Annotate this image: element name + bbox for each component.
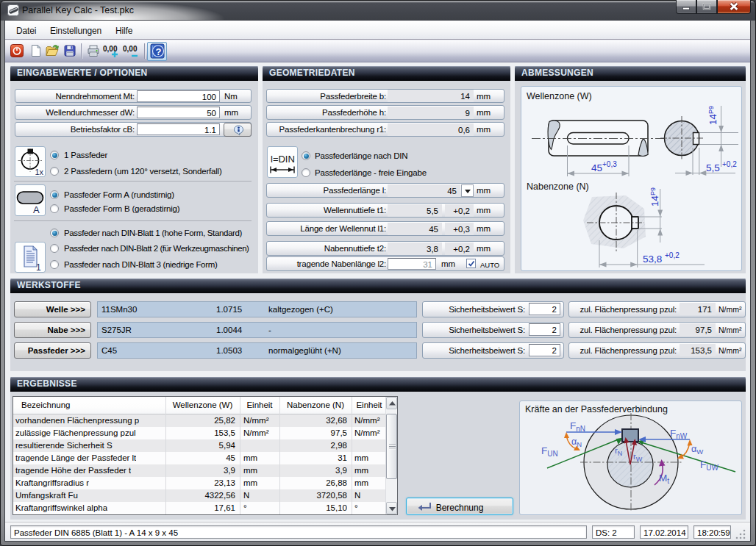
svg-text:53,8: 53,8	[643, 254, 662, 265]
svg-text:+0,2: +0,2	[722, 160, 737, 168]
svg-text:αW: αW	[691, 444, 703, 456]
svg-text:A: A	[33, 204, 40, 215]
svg-text:FnW: FnW	[670, 428, 688, 440]
svg-text:αN: αN	[571, 437, 582, 448]
svg-text:14P9: 14P9	[649, 187, 660, 206]
svg-text:l=DIN: l=DIN	[271, 154, 295, 165]
svg-text:+0,2: +0,2	[665, 251, 680, 259]
svg-text:FUW: FUW	[700, 459, 718, 472]
svg-text:1x: 1x	[35, 168, 44, 176]
svg-text:14P9: 14P9	[707, 106, 718, 125]
svg-text:1: 1	[36, 262, 41, 272]
svg-text:Nabenzone (N): Nabenzone (N)	[527, 182, 589, 192]
svg-text:?: ?	[156, 46, 162, 57]
svg-text:45: 45	[591, 162, 602, 173]
svg-text:Wellenzone (W): Wellenzone (W)	[527, 91, 592, 101]
svg-text:5,5: 5,5	[706, 162, 720, 173]
svg-text:FUN: FUN	[541, 445, 558, 458]
svg-text:Kräfte an der Passfederverbind: Kräfte an der Passfederverbindung	[525, 404, 668, 414]
svg-text:FnN: FnN	[570, 420, 585, 433]
svg-text:+0,3: +0,3	[602, 160, 617, 168]
